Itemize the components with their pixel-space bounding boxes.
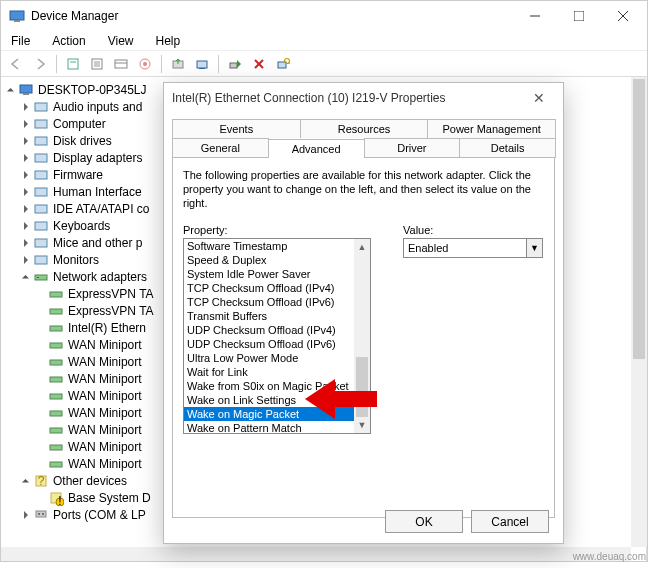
dialog-titlebar: Intel(R) Ethernet Connection (10) I219-V… — [164, 83, 563, 113]
expand-icon[interactable] — [18, 509, 33, 521]
ports-icon — [33, 507, 49, 523]
svg-rect-30 — [35, 188, 47, 196]
network-adapter-icon — [48, 422, 64, 438]
update-driver-icon[interactable] — [167, 53, 189, 75]
toolbar-icon-2[interactable] — [86, 53, 108, 75]
property-item[interactable]: UDP Checksum Offload (IPv4) — [184, 323, 370, 337]
property-item[interactable]: Speed & Duplex — [184, 253, 370, 267]
tab-general[interactable]: General — [172, 138, 269, 158]
minimize-button[interactable] — [513, 2, 557, 30]
value-combobox[interactable]: Enabled ▼ — [403, 238, 543, 258]
device-icon — [33, 167, 49, 183]
scroll-up-icon[interactable]: ▲ — [354, 239, 370, 255]
network-adapter-icon — [48, 439, 64, 455]
property-item[interactable]: Ultra Low Power Mode — [184, 351, 370, 365]
collapse-icon[interactable] — [18, 271, 33, 283]
device-icon — [33, 133, 49, 149]
properties-dialog: Intel(R) Ethernet Connection (10) I219-V… — [163, 82, 564, 544]
property-item[interactable]: UDP Checksum Offload (IPv6) — [184, 337, 370, 351]
tab-details[interactable]: Details — [459, 138, 556, 158]
tree-other[interactable]: Other devices — [53, 474, 127, 488]
device-icon — [33, 184, 49, 200]
property-item[interactable]: TCP Checksum Offload (IPv4) — [184, 281, 370, 295]
expand-icon[interactable] — [18, 237, 33, 249]
tree-network[interactable]: Network adapters — [53, 270, 147, 284]
back-button[interactable] — [5, 53, 27, 75]
tab-power-management[interactable]: Power Management — [427, 119, 556, 138]
vertical-scrollbar[interactable] — [631, 77, 647, 547]
tree-ports[interactable]: Ports (COM & LP — [53, 508, 146, 522]
expand-icon[interactable] — [18, 203, 33, 215]
expand-icon[interactable] — [18, 101, 33, 113]
value-label: Value: — [403, 224, 544, 236]
svg-rect-42 — [50, 377, 62, 382]
property-item[interactable]: System Idle Power Saver — [184, 267, 370, 281]
device-icon — [33, 99, 49, 115]
enable-icon[interactable] — [224, 53, 246, 75]
svg-text:?: ? — [38, 474, 45, 488]
svg-rect-31 — [35, 205, 47, 213]
expand-icon[interactable] — [18, 152, 33, 164]
network-adapter-icon — [48, 388, 64, 404]
device-icon — [33, 252, 49, 268]
svg-rect-24 — [23, 93, 29, 95]
toolbar-icon-1[interactable] — [62, 53, 84, 75]
svg-rect-27 — [35, 137, 47, 145]
window-title: Device Manager — [31, 9, 513, 23]
menu-action[interactable]: Action — [48, 32, 89, 50]
svg-rect-47 — [50, 462, 62, 467]
svg-rect-37 — [50, 292, 62, 297]
cancel-button[interactable]: Cancel — [471, 510, 549, 533]
other-devices-icon: ? — [33, 473, 49, 489]
device-icon — [33, 150, 49, 166]
tree-root[interactable]: DESKTOP-0P345LJ — [38, 83, 147, 97]
uninstall-icon[interactable] — [191, 53, 213, 75]
expand-icon[interactable] — [18, 220, 33, 232]
svg-rect-39 — [50, 326, 62, 331]
app-icon — [9, 8, 25, 24]
device-icon — [33, 116, 49, 132]
tree-other-child[interactable]: Base System D — [68, 491, 151, 505]
dialog-title: Intel(R) Ethernet Connection (10) I219-V… — [172, 91, 523, 105]
tab-resources[interactable]: Resources — [300, 119, 429, 138]
expand-icon[interactable] — [18, 169, 33, 181]
device-icon — [33, 218, 49, 234]
menu-help[interactable]: Help — [152, 32, 185, 50]
expand-icon[interactable] — [18, 118, 33, 130]
chevron-down-icon[interactable]: ▼ — [526, 239, 542, 257]
tab-driver[interactable]: Driver — [364, 138, 461, 158]
property-item[interactable]: TCP Checksum Offload (IPv6) — [184, 295, 370, 309]
network-adapter-icon — [48, 320, 64, 336]
svg-point-54 — [38, 513, 40, 515]
tab-body: The following properties are available f… — [172, 158, 555, 518]
toolbar-icon-3[interactable] — [110, 53, 132, 75]
expand-icon[interactable] — [18, 186, 33, 198]
collapse-icon[interactable] — [3, 84, 18, 96]
maximize-button[interactable] — [557, 2, 601, 30]
ok-button[interactable]: OK — [385, 510, 463, 533]
menu-file[interactable]: File — [7, 32, 34, 50]
delete-icon[interactable] — [248, 53, 270, 75]
dialog-close-button[interactable]: ✕ — [523, 90, 555, 106]
expand-icon[interactable] — [18, 135, 33, 147]
property-item[interactable]: Transmit Buffers — [184, 309, 370, 323]
tab-advanced[interactable]: Advanced — [268, 139, 365, 159]
property-item[interactable]: Software Timestamp — [184, 239, 370, 253]
svg-point-55 — [42, 513, 44, 515]
svg-point-13 — [143, 62, 147, 66]
scan-hardware-icon[interactable] — [272, 53, 294, 75]
unknown-device-icon: ! — [48, 490, 64, 506]
forward-button[interactable] — [29, 53, 51, 75]
close-button[interactable] — [601, 2, 645, 30]
network-icon — [33, 269, 49, 285]
expand-icon[interactable] — [18, 254, 33, 266]
menu-view[interactable]: View — [104, 32, 138, 50]
horizontal-scrollbar[interactable] — [1, 547, 631, 561]
menubar: File Action View Help — [1, 31, 647, 51]
collapse-icon[interactable] — [18, 475, 33, 487]
svg-rect-25 — [35, 103, 47, 111]
tab-events[interactable]: Events — [172, 119, 301, 138]
toolbar-icon-4[interactable] — [134, 53, 156, 75]
svg-rect-38 — [50, 309, 62, 314]
device-icon — [33, 235, 49, 251]
